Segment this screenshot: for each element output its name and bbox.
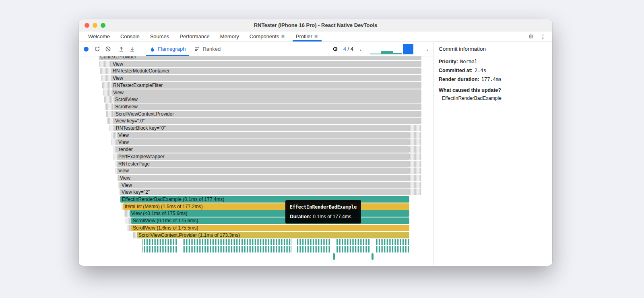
flame-bar-hatch <box>99 61 111 67</box>
ranked-bars-icon <box>194 46 200 52</box>
flame-bar-hatch <box>409 189 421 195</box>
tooltip-duration-label: Duration: <box>290 214 311 219</box>
flame-bar[interactable]: ScrollViewContext.Provider (1.1ms of 173… <box>137 232 409 238</box>
flame-bar[interactable]: RNTesterExampleFilter <box>111 82 421 89</box>
next-commit-button[interactable]: → <box>423 46 429 52</box>
download-icon <box>129 46 135 52</box>
flame-bar[interactable]: View (<0.1ms of 175.6ms) <box>130 210 409 217</box>
flame-bar[interactable]: View <box>111 89 421 96</box>
commit-bar[interactable] <box>370 54 381 54</box>
flame-bar[interactable]: View key=".0" <box>114 118 421 124</box>
reload-and-profile-button[interactable] <box>94 46 100 52</box>
tab-console[interactable]: Console <box>115 31 145 41</box>
flame-bar[interactable]: ScrollView <box>114 96 421 103</box>
flame-bar[interactable]: ScrollViewContext.Provider <box>114 111 421 117</box>
flame-bar[interactable]: View <box>111 75 421 81</box>
flame-bar[interactable]: ItemList (Memo) (1.5ms of 177.2ms) <box>123 203 409 210</box>
flame-bar-hatch <box>409 182 421 188</box>
commit-info-row: Committed at:2.4s <box>439 68 547 73</box>
profiler-settings-gear-icon[interactable]: ⚙ <box>332 46 338 52</box>
flame-bar[interactable]: View <box>117 139 409 145</box>
desktop-background: RNTester (iPhone 16 Pro) - React Native … <box>0 0 644 298</box>
close-window-button[interactable] <box>85 23 89 28</box>
flame-bar-hatch <box>409 125 421 131</box>
flame-bar[interactable]: ScrollView (1.6ms of 175.5ms) <box>131 225 409 231</box>
flame-bar-hatch <box>409 161 421 167</box>
flamegraph-tab-label: Flamegraph <box>158 46 186 52</box>
tab-profiler[interactable]: Profiler ⚛ <box>291 31 324 41</box>
commit-bar[interactable] <box>381 51 393 54</box>
flame-stripe-gap <box>178 239 183 245</box>
commit-bar-selected[interactable] <box>403 44 413 54</box>
tab-welcome[interactable]: Welcome <box>83 31 115 41</box>
reload-icon <box>94 46 100 52</box>
commit-info-value: 177.4ms <box>481 77 502 82</box>
minimize-window-button[interactable] <box>93 23 97 28</box>
commit-bar[interactable] <box>393 53 402 54</box>
flame-bar-hatch <box>104 96 114 103</box>
commit-info-title: Commit information <box>439 46 547 52</box>
flame-bar-hatch <box>409 168 421 174</box>
flame-bar[interactable]: View <box>117 168 409 174</box>
commit-info-row: Priority:Normal <box>439 59 547 64</box>
flame-bar-hatch <box>126 217 131 224</box>
flame-bar-hatch <box>114 153 117 160</box>
flame-bar[interactable]: View <box>118 175 409 181</box>
save-profile-button[interactable] <box>129 46 135 52</box>
flame-bar[interactable]: View <box>111 61 421 67</box>
tab-sources[interactable]: Sources <box>145 31 175 41</box>
flame-bar[interactable]: RNTesterBlock key="0" <box>114 125 409 131</box>
profiler-left-column: Flamegraph Ranked ⚙ 4 / 4 ← <box>79 42 433 265</box>
commit-info-panel: Commit information Priority:NormalCommit… <box>433 42 552 265</box>
ranked-tab-label: Ranked <box>202 46 221 52</box>
flame-bar[interactable]: View <box>120 182 409 188</box>
devtools-tabs: WelcomeConsoleSourcesPerformanceMemoryCo… <box>83 31 324 41</box>
more-menu-icon[interactable]: ⋮ <box>540 34 546 39</box>
flame-bar[interactable]: render <box>117 146 409 153</box>
flame-bar-hatch <box>103 89 111 96</box>
flame-bar-hatch <box>409 153 421 160</box>
prev-commit-button[interactable]: ← <box>359 46 365 52</box>
record-button[interactable] <box>84 47 89 52</box>
flame-mini-bar[interactable] <box>333 253 335 260</box>
clear-profile-button[interactable] <box>105 46 111 52</box>
commit-info-row: Render duration:177.4ms <box>439 77 547 82</box>
flame-stripe-gap <box>370 239 375 245</box>
tab-ranked[interactable]: Ranked <box>190 42 225 56</box>
flame-bar[interactable]: EffectInRenderBadExample (0.1ms of 177.4… <box>120 196 409 203</box>
flame-bar[interactable]: View <box>117 132 409 139</box>
flame-bar-hatch <box>409 132 421 139</box>
settings-gear-icon[interactable]: ⚙ <box>528 33 534 39</box>
tab-components[interactable]: Components ⚛ <box>244 31 291 41</box>
zoom-window-button[interactable] <box>101 23 105 28</box>
commit-cause-label: What caused this update? <box>439 87 547 93</box>
commit-cause-item[interactable]: EffectInRenderBadExample <box>439 95 547 101</box>
flame-bar-hatch <box>102 82 111 89</box>
tab-memory[interactable]: Memory <box>215 31 244 41</box>
upload-icon <box>118 46 124 52</box>
flame-mini-bar[interactable] <box>372 253 374 260</box>
flame-bar[interactable]: PerfExampleWrapper <box>117 153 409 160</box>
tabbar-actions: ⚙ ⋮ <box>528 31 552 41</box>
flame-stripe-gap <box>331 246 336 252</box>
tab-flamegraph[interactable]: Flamegraph <box>145 42 190 56</box>
window-title: RNTester (iPhone 16 Pro) - React Native … <box>79 22 552 28</box>
flame-bar[interactable]: Context.Provider <box>99 56 421 60</box>
window-titlebar[interactable]: RNTester (iPhone 16 Pro) - React Native … <box>79 19 552 31</box>
tooltip-component-name: EffectInRenderBadExample <box>290 204 357 210</box>
devtools-tabbar: WelcomeConsoleSourcesPerformanceMemoryCo… <box>79 31 552 42</box>
flame-bar[interactable]: ScrollView (0.1ms of 175.6ms) <box>131 217 409 224</box>
flame-bar[interactable]: RNTesterPage <box>117 161 409 167</box>
commit-selector-chart[interactable] <box>370 44 418 54</box>
load-profile-button[interactable] <box>118 46 124 52</box>
flame-tooltip: EffectInRenderBadExample Duration:0.1ms … <box>285 200 361 224</box>
commit-info-label: Priority: <box>439 59 458 64</box>
tab-performance[interactable]: Performance <box>174 31 215 41</box>
flame-bar-hatch <box>409 175 421 181</box>
flame-bar[interactable]: RNTesterModuleContainer <box>111 68 421 74</box>
flame-bar-hatch <box>133 232 137 238</box>
flame-bar-hatch <box>111 132 117 139</box>
flame-icon <box>150 46 155 52</box>
flame-bar[interactable]: ScrollView <box>114 103 421 110</box>
flame-bar[interactable]: View key="2" <box>120 189 409 195</box>
